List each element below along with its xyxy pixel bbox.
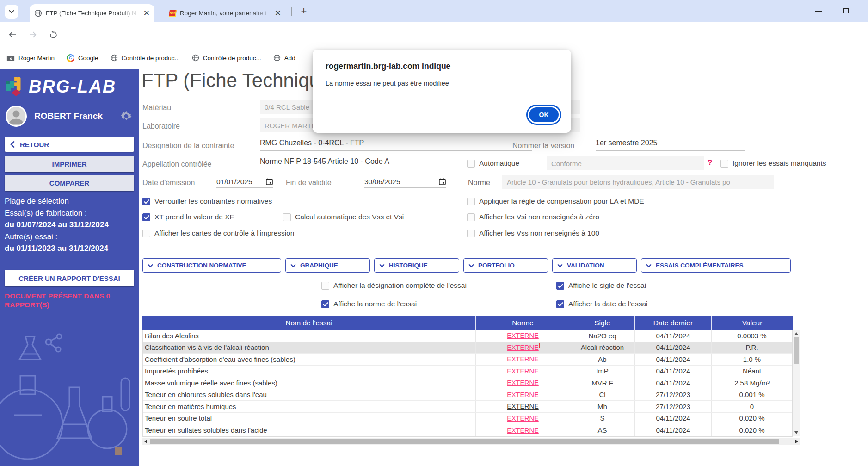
essai-name-cell: Teneur en sulfates solubles dans l'acide <box>143 424 475 436</box>
checkbox-sigle-essai[interactable]: Affiche le sigle de l'essai <box>556 281 646 290</box>
table-row[interactable]: Teneur en sulfates solubles dans l'acide… <box>143 424 792 436</box>
bookmark-controle-2[interactable]: Contrôle de produc... <box>192 54 261 62</box>
norme-externe-link[interactable]: EXTERNE <box>507 403 539 410</box>
norme-externe-link[interactable]: EXTERNE <box>507 355 539 363</box>
norme-externe-link[interactable]: EXTERNE <box>507 415 539 422</box>
checkbox-norme-essai[interactable]: Affiche la norme de l'essai <box>321 300 417 308</box>
version-input[interactable]: 1er semestre 2025 <box>596 139 745 151</box>
designation-input[interactable]: RMG Chuzelles - 0-4RCL - FTP <box>260 139 532 151</box>
comparer-button[interactable]: COMPARER <box>5 175 134 191</box>
accordion-section-button[interactable]: VALIDATION <box>552 258 637 273</box>
accordion-section-button[interactable]: GRAPHIQUE <box>285 258 370 273</box>
new-tab-button[interactable]: + <box>298 5 310 17</box>
table-row[interactable]: Impuretés prohibées EXTERNE ImP 04/11/20… <box>143 366 792 378</box>
norme-externe-link[interactable]: EXTERNE <box>507 344 539 351</box>
valeur-cell: 1.0 % <box>711 354 792 365</box>
checkbox-label: Affiche le sigle de l'essai <box>568 281 646 290</box>
emission-date-value: 01/01/2025 <box>216 178 252 186</box>
validite-date-input[interactable]: 30/06/2025 <box>364 176 446 188</box>
col-header-sigle[interactable]: Sigle <box>570 316 634 330</box>
col-header-nom[interactable]: Nom de l'essai <box>142 316 475 330</box>
retour-button[interactable]: RETOUR <box>5 137 134 152</box>
scroll-left-arrow-icon[interactable] <box>144 440 147 443</box>
checkbox-verrouiller[interactable]: Verrouiller les contraintes normatives <box>142 197 272 205</box>
table-row[interactable]: Masse volumique réelle avec fines (sable… <box>143 377 792 389</box>
scroll-down-arrow-icon[interactable] <box>794 431 798 434</box>
checkbox-label: Afficher les cartes de contrôle à l'impr… <box>154 229 294 237</box>
essai-name-cell: Bilan des Alcalins <box>143 330 475 342</box>
checkbox-vsi-zero[interactable]: Afficher les Vsi non renseignés à zéro <box>467 213 599 221</box>
accordion-section-button[interactable]: HISTORIQUE <box>374 258 459 273</box>
checkbox-automatique[interactable]: Automatique <box>467 159 519 168</box>
norme-externe-link[interactable]: EXTERNE <box>507 391 539 398</box>
checkbox-label: Calcul automatique des Vss et Vsi <box>295 213 404 221</box>
valeur-cell: 0.001 % <box>711 389 792 401</box>
table-row[interactable]: Bilan des Alcalins EXTERNE Na2O eq 04/11… <box>143 330 792 342</box>
accordion-section-button[interactable]: ESSAIS COMPLÉMENTAIRES <box>641 258 791 273</box>
table-vertical-scrollbar[interactable] <box>793 330 800 436</box>
window-minimize-button[interactable] <box>815 11 822 12</box>
table-horizontal-scrollbar[interactable] <box>142 438 800 445</box>
col-header-norme[interactable]: Norme <box>475 316 570 330</box>
globe-icon <box>273 54 281 62</box>
help-question-mark[interactable]: ? <box>708 158 712 168</box>
vertical-scroll-thumb[interactable] <box>794 337 799 364</box>
forward-button[interactable] <box>26 28 40 42</box>
checkbox-ignorer-essais[interactable]: Ignorer les essais manquants <box>720 159 826 168</box>
table-row[interactable]: Teneur en soufre total EXTERNE S 04/11/2… <box>143 413 792 425</box>
bookmark-controle-1[interactable]: Contrôle de produc... <box>111 54 180 62</box>
appellation-input[interactable]: Norme NF P 18-545 Article 10 - Code A <box>260 157 462 169</box>
table-row[interactable]: Teneur en chlorures solubles dans l'eau … <box>143 389 792 401</box>
calendar-icon[interactable] <box>266 178 273 185</box>
checkbox-vss-100[interactable]: Afficher les Vss non renseignés à 100 <box>467 229 599 237</box>
norme-externe-link[interactable]: EXTERNE <box>507 427 539 434</box>
checkbox-label: Afficher les Vss non renseignés à 100 <box>479 229 599 237</box>
checkbox-designation-complete[interactable]: Afficher la désignation complète de l'es… <box>321 281 467 290</box>
table-row[interactable]: Classification vis à vis de l'alcali réa… <box>143 342 792 354</box>
window-restore-button[interactable] <box>843 7 851 14</box>
create-report-button[interactable]: CRÉER UN RAPPORT D'ESSAI <box>5 270 134 286</box>
checkbox-calcul-vss-vsi[interactable]: Calcul automatique des Vss et Vsi <box>283 213 404 221</box>
essai-name-cell: Coefficient d'absorption d'eau avec fine… <box>143 354 475 365</box>
tab-search-button[interactable] <box>5 5 18 19</box>
validite-label: Fin de validité <box>286 179 332 187</box>
norme-externe-link[interactable]: EXTERNE <box>507 367 539 375</box>
col-header-date[interactable]: Date dernier <box>634 316 711 330</box>
bookmark-google[interactable]: Google <box>67 54 98 62</box>
sidebar: BRG-LAB ROBERT Franck RETOUR IMPRIMER CO… <box>0 69 139 466</box>
imprimer-button[interactable]: IMPRIMER <box>5 156 134 172</box>
norme-externe-link[interactable]: EXTERNE <box>507 379 539 386</box>
chevron-down-icon <box>290 264 296 267</box>
emission-date-input[interactable]: 01/01/2025 <box>216 176 273 188</box>
checkbox-cartes-controle[interactable]: Afficher les cartes de contrôle à l'impr… <box>142 229 294 237</box>
tab-roger-martin[interactable]: RM Roger Martin, votre partenaire t ✕ <box>165 4 286 22</box>
bookmark-roger-martin[interactable]: Roger Martin <box>6 55 55 62</box>
comparer-label: COMPARER <box>49 179 89 187</box>
tab-close-icon[interactable]: ✕ <box>143 9 150 17</box>
laboratoire-label: Laboratoire <box>142 122 180 130</box>
table-body: Bilan des Alcalins EXTERNE Na2O eq 04/11… <box>142 330 793 437</box>
tab-close-icon[interactable]: ✕ <box>275 9 281 17</box>
checkbox-box <box>467 198 475 205</box>
table-row[interactable]: Teneur en matières humiques EXTERNE Mh 2… <box>143 401 792 413</box>
table-row[interactable]: Coefficient d'absorption d'eau avec fine… <box>143 354 792 366</box>
accordion-section-button[interactable]: CONSTRUCTION NORMATIVE <box>142 258 281 273</box>
calendar-icon[interactable] <box>439 178 446 185</box>
accordion-section-button[interactable]: PORTFOLIO <box>463 258 548 273</box>
scroll-right-arrow-icon[interactable] <box>795 440 798 443</box>
checkbox-xt-xf[interactable]: XT prend la valeur de XF <box>142 213 234 221</box>
back-button[interactable] <box>6 28 19 42</box>
bookmark-add[interactable]: Add <box>273 54 295 62</box>
valeur-cell: P.R. <box>711 342 792 354</box>
gear-icon[interactable] <box>119 109 133 123</box>
reload-button[interactable] <box>46 28 60 42</box>
essais-table: Nom de l'essai Norme Sigle Date dernier … <box>142 316 793 437</box>
dialog-ok-button[interactable]: OK <box>528 106 560 124</box>
horizontal-scroll-thumb[interactable] <box>150 439 779 444</box>
checkbox-date-essai[interactable]: Afficher la date de l'essai <box>556 300 648 308</box>
col-header-valeur[interactable]: Valeur <box>711 316 793 330</box>
tab-ftp[interactable]: FTP (Fiche Technique Produit) N ✕ <box>30 4 154 22</box>
checkbox-compensation[interactable]: Appliquer la règle de compensation pour … <box>467 197 644 205</box>
norme-externe-link[interactable]: EXTERNE <box>507 332 539 339</box>
scroll-up-arrow-icon[interactable] <box>794 332 798 335</box>
